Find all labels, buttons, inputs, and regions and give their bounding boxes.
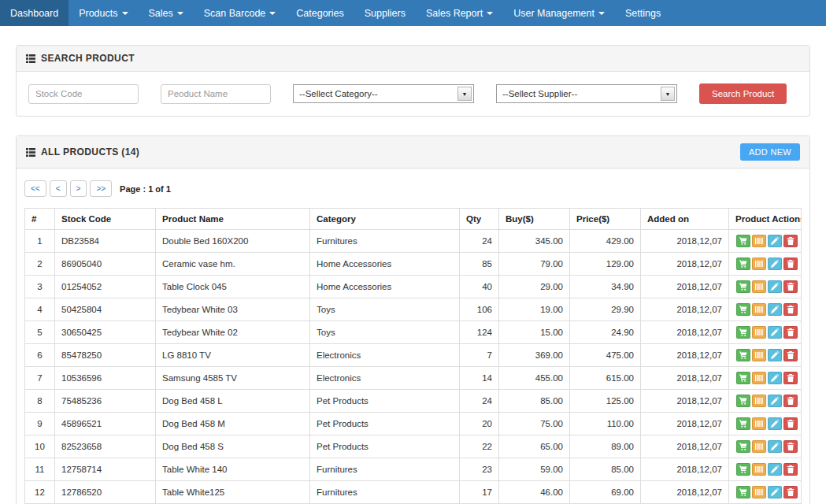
cart-button[interactable] bbox=[736, 258, 750, 270]
edit-button[interactable] bbox=[768, 326, 782, 339]
nav-item-scan-barcode[interactable]: Scan Barcode bbox=[194, 0, 287, 26]
nav-item-products[interactable]: Products bbox=[69, 0, 138, 26]
cart-button[interactable] bbox=[736, 417, 750, 430]
edit-button[interactable] bbox=[768, 440, 782, 453]
delete-button[interactable] bbox=[783, 280, 798, 293]
supplier-select-value: --Sellect Supplier-- bbox=[497, 89, 661, 98]
edit-icon bbox=[771, 397, 779, 405]
product-name-cell: Tedybear White 03 bbox=[156, 298, 310, 321]
print-barcode-button[interactable] bbox=[752, 440, 766, 453]
cart-button[interactable] bbox=[736, 326, 750, 339]
product-actions-cell bbox=[729, 321, 802, 344]
search-form: --Sellect Category-- ▼ --Sellect Supplie… bbox=[17, 72, 809, 116]
print-barcode-button[interactable] bbox=[752, 486, 766, 498]
cart-button[interactable] bbox=[736, 303, 750, 316]
cart-button[interactable] bbox=[736, 372, 750, 384]
delete-button[interactable] bbox=[783, 463, 798, 476]
cart-button[interactable] bbox=[736, 440, 750, 453]
stock-code-input[interactable] bbox=[28, 84, 139, 104]
search-product-button[interactable]: Search Product bbox=[699, 83, 787, 104]
edit-button[interactable] bbox=[768, 258, 782, 270]
stock-code-cell: DB23584 bbox=[55, 230, 156, 253]
sell-price-cell: 475.00 bbox=[570, 344, 641, 367]
stock-code-cell: 85478250 bbox=[55, 344, 156, 367]
cart-button[interactable] bbox=[736, 280, 750, 293]
nav-item-categories[interactable]: Categories bbox=[286, 0, 354, 26]
print-barcode-button[interactable] bbox=[752, 463, 766, 476]
products-table-body: 1DB23584Double Bed 160X200Furnitures2434… bbox=[25, 230, 802, 504]
category-select[interactable]: --Sellect Category-- ▼ bbox=[293, 84, 474, 103]
print-barcode-button[interactable] bbox=[752, 326, 766, 339]
sell-price-cell: 125.00 bbox=[570, 390, 641, 413]
cart-button[interactable] bbox=[736, 235, 750, 247]
product-actions-cell bbox=[729, 390, 802, 413]
product-name-cell: Dog Bed 458 L bbox=[156, 390, 310, 413]
category-cell: Toys bbox=[310, 298, 460, 321]
pagination-next-button[interactable]: > bbox=[70, 180, 87, 197]
category-cell: Electronics bbox=[310, 367, 460, 390]
edit-button[interactable] bbox=[768, 280, 782, 293]
nav-item-user-management[interactable]: User Management bbox=[503, 0, 615, 26]
nav-item-suppliers[interactable]: Suppliers bbox=[354, 0, 416, 26]
edit-button[interactable] bbox=[768, 372, 782, 384]
caret-down-icon bbox=[269, 12, 276, 15]
search-panel-heading: SEARCH PRODUCT bbox=[17, 46, 809, 72]
edit-button[interactable] bbox=[768, 395, 782, 407]
nav-item-settings[interactable]: Settings bbox=[615, 0, 671, 26]
pagination-first-button[interactable]: << bbox=[24, 180, 46, 197]
delete-button[interactable] bbox=[783, 440, 798, 453]
pagination-prev-button[interactable]: < bbox=[50, 180, 67, 197]
print-barcode-button[interactable] bbox=[752, 258, 766, 270]
edit-button[interactable] bbox=[768, 235, 782, 247]
delete-button[interactable] bbox=[783, 372, 798, 384]
added-on-cell: 2018,12,07 bbox=[641, 481, 729, 504]
pagination-last-button[interactable]: >> bbox=[90, 180, 112, 197]
row-number-cell: 9 bbox=[25, 413, 55, 435]
delete-button[interactable] bbox=[783, 349, 798, 361]
nav-item-sales[interactable]: Sales bbox=[139, 0, 194, 26]
delete-button[interactable] bbox=[783, 417, 798, 430]
edit-button[interactable] bbox=[768, 463, 782, 476]
nav-item-dashboard[interactable]: Dashboard bbox=[0, 0, 69, 26]
product-name-cell: Double Bed 160X200 bbox=[156, 230, 310, 253]
delete-button[interactable] bbox=[783, 326, 798, 339]
add-new-button[interactable]: ADD NEW bbox=[740, 143, 800, 161]
delete-button[interactable] bbox=[783, 235, 798, 247]
cart-button[interactable] bbox=[736, 395, 750, 407]
stock-code-cell: 12786520 bbox=[55, 481, 156, 504]
cart-icon bbox=[739, 260, 747, 268]
qty-cell: 7 bbox=[460, 344, 499, 367]
stock-code-cell: 75485236 bbox=[55, 390, 156, 413]
qty-cell: 106 bbox=[460, 298, 499, 321]
print-barcode-button[interactable] bbox=[752, 395, 766, 407]
print-barcode-button[interactable] bbox=[752, 280, 766, 293]
barcode-icon bbox=[755, 374, 763, 382]
category-cell: Pet Products bbox=[310, 435, 460, 458]
print-barcode-button[interactable] bbox=[752, 235, 766, 247]
qty-cell: 24 bbox=[460, 390, 499, 413]
edit-button[interactable] bbox=[768, 303, 782, 316]
cart-button[interactable] bbox=[736, 486, 750, 498]
page-content: SEARCH PRODUCT --Sellect Category-- ▼ --… bbox=[0, 45, 826, 504]
edit-button[interactable] bbox=[768, 349, 782, 361]
trash-icon bbox=[787, 237, 795, 245]
cart-button[interactable] bbox=[736, 463, 750, 476]
supplier-select[interactable]: --Sellect Supplier-- ▼ bbox=[496, 84, 677, 103]
delete-button[interactable] bbox=[783, 303, 798, 316]
category-cell: Home Accessories bbox=[310, 253, 460, 276]
print-barcode-button[interactable] bbox=[752, 417, 766, 430]
delete-button[interactable] bbox=[783, 486, 798, 498]
edit-button[interactable] bbox=[768, 486, 782, 498]
delete-button[interactable] bbox=[783, 395, 798, 407]
sell-price-cell: 89.00 bbox=[570, 435, 641, 458]
buy-price-cell: 85.00 bbox=[499, 390, 570, 413]
product-name-input[interactable] bbox=[161, 84, 271, 104]
table-row: 1082523658Dog Bed 458 SPet Products2265.… bbox=[25, 435, 802, 458]
delete-button[interactable] bbox=[783, 258, 798, 270]
print-barcode-button[interactable] bbox=[752, 303, 766, 316]
print-barcode-button[interactable] bbox=[752, 372, 766, 384]
nav-item-sales-report[interactable]: Sales Report bbox=[416, 0, 503, 26]
edit-button[interactable] bbox=[768, 417, 782, 430]
print-barcode-button[interactable] bbox=[752, 349, 766, 361]
cart-button[interactable] bbox=[736, 349, 750, 361]
